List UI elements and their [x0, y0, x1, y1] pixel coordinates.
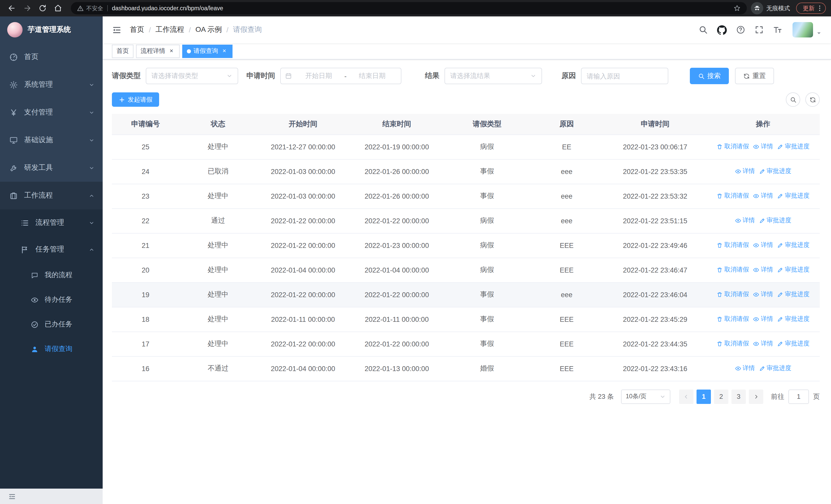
- cell-type: 病假: [445, 135, 529, 159]
- approval-progress-link[interactable]: 审批进度: [777, 266, 809, 274]
- sidebar-item-leave-query[interactable]: 请假查询: [0, 337, 103, 361]
- browser-menu-icon[interactable]: [816, 5, 823, 12]
- detail-link[interactable]: 详情: [753, 339, 773, 348]
- cancel-leave-link[interactable]: 取消请假: [717, 142, 749, 151]
- user-avatar[interactable]: [793, 22, 813, 37]
- sidebar-item-label: 基础设施: [24, 136, 53, 145]
- tab-leave-query[interactable]: 请假查询×: [182, 45, 232, 58]
- action-label: 取消请假: [724, 339, 749, 348]
- detail-link[interactable]: 详情: [753, 266, 773, 274]
- eye-icon: [735, 365, 741, 372]
- hamburger-toggle-icon[interactable]: [112, 25, 122, 35]
- detail-link[interactable]: 详情: [753, 241, 773, 250]
- github-icon[interactable]: [717, 25, 727, 35]
- page-button-1[interactable]: 1: [696, 389, 711, 404]
- breadcrumb-item[interactable]: 工作流程: [155, 25, 184, 34]
- tab-process-detail[interactable]: 流程详情×: [136, 45, 180, 58]
- approval-progress-link[interactable]: 审批进度: [759, 167, 791, 176]
- approval-progress-link[interactable]: 审批进度: [777, 192, 809, 200]
- page-button-3[interactable]: 3: [732, 389, 746, 404]
- sidebar-item-workflow[interactable]: 工作流程: [0, 182, 103, 209]
- sidebar-item-infrastructure[interactable]: 基础设施: [0, 126, 103, 154]
- create-leave-button[interactable]: 发起请假: [112, 92, 159, 107]
- close-icon[interactable]: ×: [221, 48, 228, 55]
- prev-page-button[interactable]: [679, 389, 693, 404]
- sidebar-item-my-process[interactable]: 我的流程: [0, 263, 103, 288]
- cancel-leave-link[interactable]: 取消请假: [717, 266, 749, 274]
- apply-time-range-picker[interactable]: 开始日期 - 结束日期: [280, 68, 401, 84]
- detail-link[interactable]: 详情: [753, 192, 773, 200]
- approval-progress-link[interactable]: 审批进度: [777, 142, 809, 151]
- sidebar-collapse-button[interactable]: [0, 488, 103, 504]
- cell-type: 事假: [445, 331, 529, 356]
- browser-forward-icon[interactable]: [21, 2, 34, 15]
- breadcrumb-item[interactable]: 首页: [130, 25, 144, 34]
- action-label: 审批进度: [785, 290, 809, 299]
- refresh-table-button[interactable]: [805, 92, 820, 107]
- caret-down-icon[interactable]: [816, 30, 822, 36]
- reason-input[interactable]: [581, 68, 668, 84]
- approval-progress-link[interactable]: 审批进度: [777, 339, 809, 348]
- detail-link[interactable]: 详情: [735, 216, 755, 225]
- approval-progress-link[interactable]: 审批进度: [777, 290, 809, 299]
- cell-end: 2022-01-19 00:00:00: [349, 135, 445, 159]
- cell-start: 2022-01-22 00:00:00: [257, 233, 349, 258]
- search-button[interactable]: 搜索: [690, 68, 729, 84]
- page-size-select[interactable]: 10条/页: [621, 389, 670, 404]
- sidebar-item-system[interactable]: 系统管理: [0, 71, 103, 98]
- sidebar-item-task-management[interactable]: 任务管理: [0, 236, 103, 263]
- action-label: 取消请假: [724, 192, 749, 200]
- edit-icon: [777, 267, 783, 273]
- help-icon[interactable]: [736, 25, 745, 34]
- toggle-search-button[interactable]: [786, 92, 800, 107]
- sidebar-item-home[interactable]: 首页: [0, 43, 103, 71]
- gear-icon: [9, 80, 18, 89]
- sidebar-item-todo-tasks[interactable]: 待办任务: [0, 288, 103, 312]
- detail-link[interactable]: 详情: [753, 290, 773, 299]
- sidebar-item-devtools[interactable]: 研发工具: [0, 154, 103, 182]
- detail-link[interactable]: 详情: [735, 364, 755, 373]
- page-button-2[interactable]: 2: [714, 389, 728, 404]
- search-icon[interactable]: [698, 25, 708, 34]
- address-bar[interactable]: 不安全 dashboard.yudao.iocoder.cn/bpm/oa/le…: [71, 2, 747, 14]
- cancel-leave-link[interactable]: 取消请假: [717, 290, 749, 299]
- table-toolbar: 发起请假: [112, 92, 820, 107]
- tab-home[interactable]: 首页: [112, 45, 134, 58]
- sidebar-item-done-tasks[interactable]: 已办任务: [0, 312, 103, 337]
- breadcrumb-item[interactable]: OA 示例: [196, 25, 222, 34]
- detail-link[interactable]: 详情: [753, 315, 773, 324]
- browser-reload-icon[interactable]: [36, 2, 49, 15]
- sidebar-item-process-management[interactable]: 流程管理: [0, 209, 103, 236]
- close-icon[interactable]: ×: [168, 48, 175, 55]
- sidebar-item-payment[interactable]: 支付管理: [0, 98, 103, 126]
- cancel-leave-link[interactable]: 取消请假: [717, 339, 749, 348]
- browser-home-icon[interactable]: [51, 2, 65, 15]
- fullscreen-icon[interactable]: [754, 25, 764, 34]
- eye-icon: [753, 316, 759, 322]
- result-select[interactable]: 请选择流结果: [445, 68, 542, 84]
- detail-link[interactable]: 详情: [753, 142, 773, 151]
- sidebar-spacer: [0, 361, 103, 488]
- browser-update-button[interactable]: 更新: [796, 3, 826, 14]
- approval-progress-link[interactable]: 审批进度: [759, 216, 791, 225]
- approval-progress-link[interactable]: 审批进度: [777, 315, 809, 324]
- eye-icon: [735, 168, 741, 175]
- next-page-button[interactable]: [749, 389, 763, 404]
- detail-link[interactable]: 详情: [735, 167, 755, 176]
- bookmark-star-icon[interactable]: [734, 5, 741, 12]
- approval-progress-link[interactable]: 审批进度: [759, 364, 791, 373]
- reset-button[interactable]: 重置: [735, 68, 774, 84]
- cancel-leave-link[interactable]: 取消请假: [717, 241, 749, 250]
- cancel-leave-link[interactable]: 取消请假: [717, 192, 749, 200]
- font-size-icon[interactable]: [773, 25, 782, 34]
- leave-type-select[interactable]: 请选择请假类型: [146, 68, 238, 84]
- app-logo[interactable]: 芋道管理系统: [0, 17, 103, 43]
- refresh-icon: [809, 96, 816, 103]
- goto-page-input[interactable]: [789, 389, 809, 404]
- not-secure-warning-icon[interactable]: [77, 5, 84, 11]
- cancel-leave-link[interactable]: 取消请假: [717, 315, 749, 324]
- omnibox-divider: [107, 5, 108, 11]
- browser-back-icon[interactable]: [5, 2, 19, 15]
- cell-end: 2022-01-26 00:00:00: [349, 184, 445, 208]
- approval-progress-link[interactable]: 审批进度: [777, 241, 809, 250]
